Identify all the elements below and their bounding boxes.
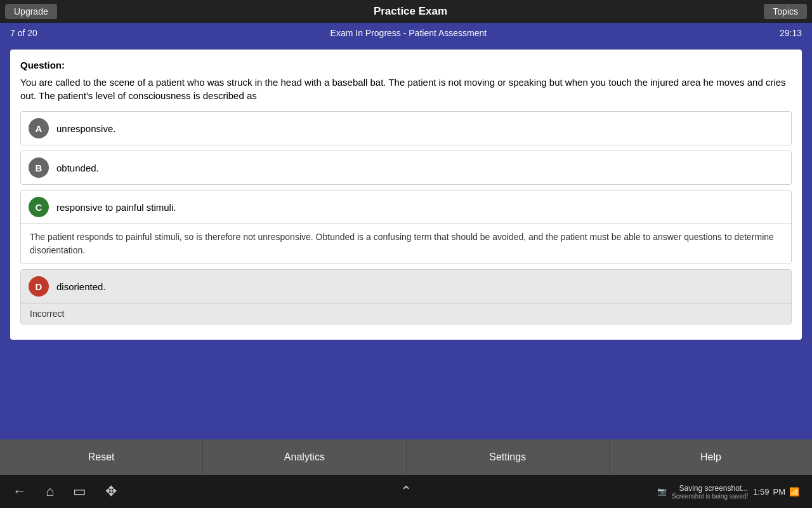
screenshot-title: Saving screenshot... bbox=[679, 484, 748, 493]
option-a[interactable]: A unresponsive. bbox=[20, 111, 792, 145]
option-d[interactable]: D disoriented. Incorrect bbox=[20, 269, 792, 324]
settings-button[interactable]: Settings bbox=[407, 439, 610, 475]
option-d-feedback: Incorrect bbox=[21, 303, 791, 324]
toolbar: Reset Analytics Settings Help bbox=[0, 439, 812, 475]
app-title: Practice Exam bbox=[57, 5, 764, 18]
main-content: Question: You are called to the scene of… bbox=[0, 43, 812, 439]
back-icon[interactable]: ← bbox=[13, 483, 27, 500]
help-button[interactable]: Help bbox=[610, 439, 812, 475]
option-c-label: responsive to painful stimuli. bbox=[56, 202, 176, 213]
option-c-row[interactable]: C responsive to painful stimuli. bbox=[21, 190, 791, 224]
exam-status: Exam In Progress - Patient Assessment bbox=[331, 28, 487, 38]
nav-bar: ← ⌂ ▭ ✥ ⌃ 📷 Saving screenshot... Screens… bbox=[0, 475, 812, 508]
nav-right: 📷 Saving screenshot... Screenshot is bei… bbox=[657, 484, 799, 500]
option-b[interactable]: B obtunded. bbox=[20, 150, 792, 185]
option-a-badge: A bbox=[29, 118, 49, 138]
option-c-explanation: The patient responds to painful stimuli,… bbox=[21, 224, 791, 264]
wifi-icon: 📶 bbox=[789, 487, 799, 497]
topics-button[interactable]: Topics bbox=[764, 4, 807, 19]
option-b-badge: B bbox=[29, 157, 49, 178]
option-c-badge: C bbox=[29, 197, 49, 217]
option-d-label: disoriented. bbox=[56, 281, 106, 292]
option-d-badge: D bbox=[29, 276, 49, 297]
reset-button[interactable]: Reset bbox=[0, 439, 203, 475]
nav-center-chevron: ⌃ bbox=[400, 483, 412, 500]
question-progress: 7 of 20 bbox=[10, 28, 37, 38]
option-b-label: obtunded. bbox=[56, 163, 99, 173]
clock-time: 1:59 bbox=[753, 487, 769, 497]
progress-bar: 7 of 20 Exam In Progress - Patient Asses… bbox=[0, 23, 812, 43]
screenshot-icon[interactable]: ✥ bbox=[105, 483, 117, 500]
option-a-row[interactable]: A unresponsive. bbox=[21, 112, 791, 145]
option-c[interactable]: C responsive to painful stimuli. The pat… bbox=[20, 190, 792, 264]
recents-icon[interactable]: ▭ bbox=[73, 483, 86, 500]
option-a-label: unresponsive. bbox=[56, 123, 115, 134]
option-b-row[interactable]: B obtunded. bbox=[21, 151, 791, 184]
home-icon[interactable]: ⌂ bbox=[46, 483, 54, 500]
question-card: Question: You are called to the scene of… bbox=[10, 50, 802, 340]
nav-icons-left: ← ⌂ ▭ ✥ bbox=[13, 483, 117, 500]
system-bar: Upgrade Practice Exam Topics bbox=[0, 0, 812, 23]
time-period: PM bbox=[773, 487, 786, 497]
camera-icon: 📷 bbox=[657, 487, 667, 496]
option-d-row[interactable]: D disoriented. bbox=[21, 270, 791, 303]
exam-timer: 29:13 bbox=[780, 28, 802, 38]
question-text: You are called to the scene of a patient… bbox=[20, 76, 792, 102]
question-label: Question: bbox=[20, 60, 792, 70]
time-wifi: 1:59 PM 📶 bbox=[753, 487, 799, 497]
analytics-button[interactable]: Analytics bbox=[203, 439, 406, 475]
upgrade-button[interactable]: Upgrade bbox=[5, 4, 57, 19]
screenshot-subtitle: Screenshot is being saved! bbox=[672, 493, 748, 500]
screenshot-saving: Saving screenshot... Screenshot is being… bbox=[672, 484, 748, 500]
